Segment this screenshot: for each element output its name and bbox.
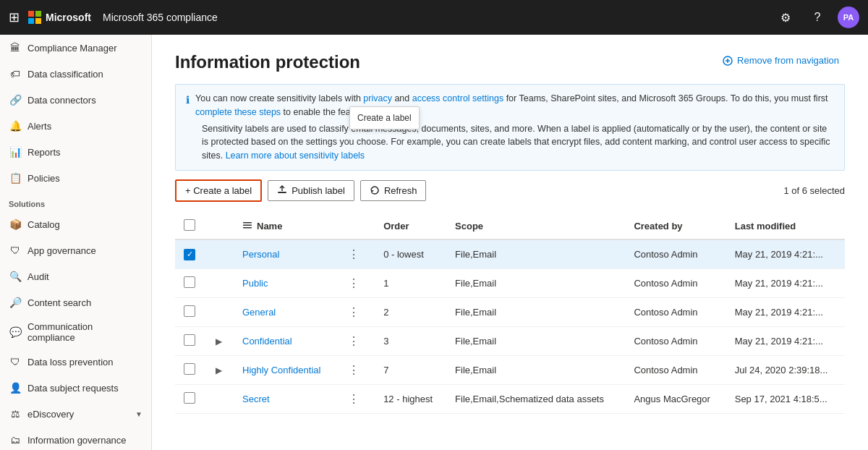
row-name[interactable]: General [234,297,336,326]
sidebar-item-information-governance[interactable]: 🗂 Information governance [0,427,151,450]
communication-compliance-icon: 💬 [9,326,22,338]
row-context-menu-button[interactable]: ⋮ [345,392,363,406]
row-context-menu-button[interactable]: ⋮ [345,305,363,319]
row-name[interactable]: Highly Confidential [234,355,336,384]
expand-button[interactable]: ▶ [213,365,225,375]
complete-steps-link[interactable]: complete these steps [195,107,281,117]
sidebar-item-app-governance[interactable]: 🛡 App governance [0,237,151,263]
sidebar-item-policies[interactable]: 📋 Policies [0,165,151,191]
row-created-by: Contoso Admin [625,326,726,355]
svg-rect-3 [243,225,252,226]
row-expand-cell[interactable]: ▶ [204,326,234,355]
checkbox-unchecked[interactable] [184,305,195,317]
col-header-created-by[interactable]: Created by [625,213,726,239]
sidebar-item-content-search[interactable]: 🔎 Content search [0,289,151,315]
sidebar-item-label: Compliance Manager [27,43,117,54]
row-last-modified: May 21, 2019 4:21:... [726,239,845,269]
checkbox-unchecked[interactable] [184,334,195,346]
row-name[interactable]: Secret [234,384,336,413]
row-dots-cell[interactable]: ⋮ [336,384,375,413]
row-checkbox-cell[interactable] [175,297,204,326]
sidebar-item-compliance-manager[interactable]: 🏛 Compliance Manager [0,35,151,61]
row-last-modified: Jul 24, 2020 2:39:18... [726,355,845,384]
checkbox-unchecked[interactable] [184,276,195,288]
content-search-icon: 🔎 [9,297,22,308]
row-expand-cell [204,268,234,297]
solutions-section-label: Solutions [0,191,151,211]
row-dots-cell[interactable]: ⋮ [336,297,375,326]
sidebar-item-label: Reports [27,147,61,158]
row-scope: File,Email [446,326,625,355]
col-header-name[interactable]: Name [234,213,336,239]
row-name[interactable]: Confidential [234,326,336,355]
settings-icon[interactable]: ⚙ [774,6,797,29]
row-checkbox-cell[interactable]: ✓ [175,239,204,269]
help-icon[interactable]: ? [806,6,829,29]
row-order: 2 [375,297,446,326]
col-header-order[interactable]: Order [375,213,446,239]
select-all-checkbox[interactable] [184,219,195,231]
sidebar-item-label: Data classification [27,69,103,80]
ediscovery-chevron-icon: ▼ [135,410,142,418]
sidebar-item-ediscovery[interactable]: ⚖ eDiscovery ▼ [0,401,151,427]
row-checkbox-cell[interactable] [175,268,204,297]
data-loss-prevention-icon: 🛡 [9,356,22,368]
row-scope: File,Email [446,239,625,269]
catalog-icon: 📦 [9,218,22,230]
sidebar-item-label: App governance [27,245,96,256]
table-row: ✓Personal⋮0 - lowestFile,EmailContoso Ad… [175,239,845,269]
row-checkbox-cell[interactable] [175,326,204,355]
sidebar-item-communication-compliance[interactable]: 💬 Communication compliance [0,315,151,349]
sidebar-item-data-classification[interactable]: 🏷 Data classification [0,61,151,87]
row-created-by: Angus MacGregor [625,384,726,413]
row-scope: File,Email [446,355,625,384]
sidebar-item-catalog[interactable]: 📦 Catalog [0,211,151,237]
row-name[interactable]: Personal [234,239,336,269]
row-dots-cell[interactable]: ⋮ [336,326,375,355]
data-subject-requests-icon: 👤 [9,382,22,394]
banner-row2: Sensitivity labels are used to classify … [186,122,834,163]
row-checkbox-cell[interactable] [175,355,204,384]
data-connectors-icon: 🔗 [9,94,22,106]
checkbox-checked[interactable]: ✓ [184,249,195,260]
sidebar-item-audit[interactable]: 🔍 Audit [0,263,151,289]
row-context-menu-button[interactable]: ⋮ [345,363,363,377]
row-checkbox-cell[interactable] [175,384,204,413]
row-dots-cell[interactable]: ⋮ [336,239,375,269]
sidebar-item-alerts[interactable]: 🔔 Alerts [0,113,151,139]
sidebar-item-reports[interactable]: 📊 Reports [0,139,151,165]
col-header-last-modified[interactable]: Last modified [726,213,845,239]
sidebar-item-data-loss-prevention[interactable]: 🛡 Data loss prevention [0,349,151,375]
waffle-icon[interactable]: ⊞ [9,9,20,25]
expand-button[interactable]: ▶ [213,336,225,347]
checkbox-unchecked[interactable] [184,392,195,404]
privacy-link[interactable]: privacy [363,93,392,103]
learn-more-link[interactable]: Learn more about sensitivity labels [226,150,365,161]
publish-label-button[interactable]: Publish label [268,180,354,201]
row-context-menu-button[interactable]: ⋮ [345,334,363,348]
refresh-icon [370,185,380,195]
row-name[interactable]: Public [234,268,336,297]
remove-from-navigation-button[interactable]: Remove from navigation [717,52,845,69]
create-label-button[interactable]: + Create a label [175,179,262,202]
refresh-button[interactable]: Refresh [360,180,427,201]
table-header-row: Name Order Scope Created by Last modifie… [175,213,845,239]
labels-table: Name Order Scope Created by Last modifie… [175,213,845,414]
sidebar-item-data-subject-requests[interactable]: 👤 Data subject requests [0,375,151,401]
row-dots-cell[interactable]: ⋮ [336,355,375,384]
logo-squares [28,11,41,24]
row-expand-cell [204,384,234,413]
table-row: General⋮2File,EmailContoso AdminMay 21, … [175,297,845,326]
row-context-menu-button[interactable]: ⋮ [345,276,363,290]
avatar[interactable]: PA [838,7,859,28]
microsoft-logo: Microsoft [28,11,91,24]
checkbox-unchecked[interactable] [184,363,195,375]
sidebar-item-data-connectors[interactable]: 🔗 Data connectors [0,87,151,113]
row-expand-cell[interactable]: ▶ [204,355,234,384]
access-control-link[interactable]: access control settings [412,93,503,103]
row-context-menu-button[interactable]: ⋮ [345,247,363,261]
col-header-scope[interactable]: Scope [446,213,625,239]
row-dots-cell[interactable]: ⋮ [336,268,375,297]
sidebar-item-label: Communication compliance [27,321,142,343]
row-expand-cell [204,239,234,269]
